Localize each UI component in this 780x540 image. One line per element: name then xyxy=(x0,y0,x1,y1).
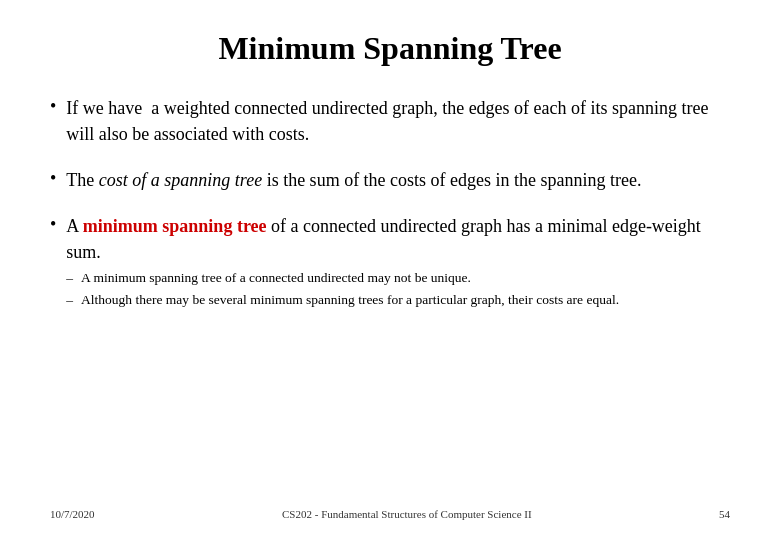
footer-page: 54 xyxy=(719,508,730,520)
bullet-symbol-3: • xyxy=(50,214,56,235)
sub-bullet-text-1: A minimum spanning tree of a connected u… xyxy=(81,269,471,288)
bullet-item-1: • If we have a weighted connected undire… xyxy=(50,95,730,147)
sub-bullet-item-2: – Although there may be several minimum … xyxy=(66,291,730,310)
bullet-item-2: • The cost of a spanning tree is the sum… xyxy=(50,167,730,193)
footer-course: CS202 - Fundamental Structures of Comput… xyxy=(282,508,532,520)
footer-date: 10/7/2020 xyxy=(50,508,95,520)
sub-dash-2: – xyxy=(66,291,73,310)
bullet-content-3: A minimum spanning tree of a connected u… xyxy=(66,213,730,310)
bullet-text-2: The cost of a spanning tree is the sum o… xyxy=(66,167,641,193)
sub-bullet-item-1: – A minimum spanning tree of a connected… xyxy=(66,269,730,288)
sub-dash-1: – xyxy=(66,269,73,288)
bullet-item-3: • A minimum spanning tree of a connected… xyxy=(50,213,730,310)
slide: Minimum Spanning Tree • If we have a wei… xyxy=(0,0,780,540)
bullet-text-3: A minimum spanning tree of a connected u… xyxy=(66,216,701,262)
sub-bullet-text-2: Although there may be several minimum sp… xyxy=(81,291,619,310)
slide-title: Minimum Spanning Tree xyxy=(50,30,730,67)
footer: 10/7/2020 CS202 - Fundamental Structures… xyxy=(50,498,730,520)
italic-text: cost of a spanning tree xyxy=(99,170,262,190)
bullet-symbol-1: • xyxy=(50,96,56,117)
content-area: • If we have a weighted connected undire… xyxy=(50,95,730,498)
sub-bullets: – A minimum spanning tree of a connected… xyxy=(66,269,730,310)
bullet-symbol-2: • xyxy=(50,168,56,189)
highlight-minimum-spanning-tree: minimum spanning tree xyxy=(83,216,267,236)
bullet-text-1: If we have a weighted connected undirect… xyxy=(66,95,730,147)
